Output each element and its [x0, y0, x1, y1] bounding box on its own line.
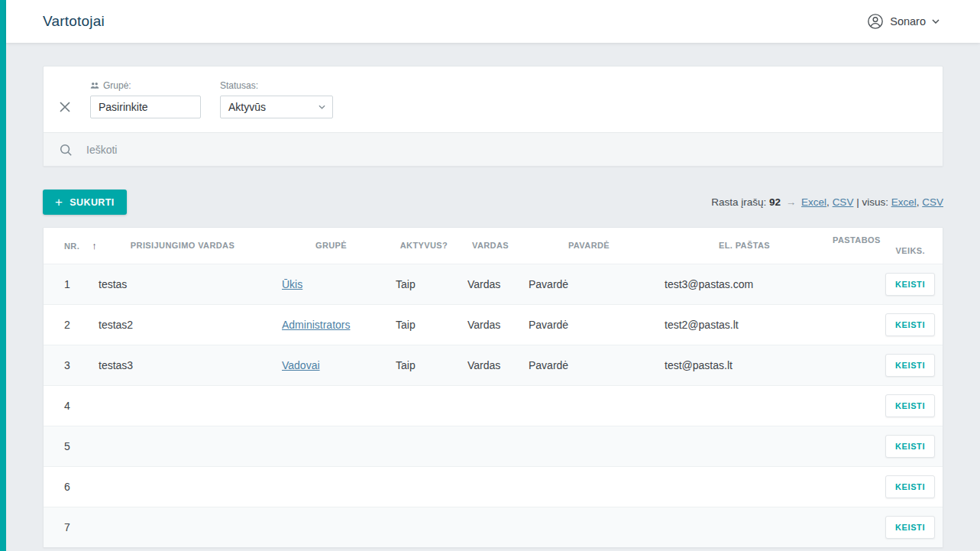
cell-group: Ūkis [274, 264, 388, 304]
cell-actions: KEISTI [878, 385, 943, 426]
chevron-down-icon [932, 19, 940, 24]
cell-email: test3@pastas.com [657, 264, 832, 304]
edit-button[interactable]: KEISTI [885, 273, 935, 296]
edit-button[interactable]: KEISTI [885, 313, 935, 336]
status-filter-label: Statusas: [220, 80, 333, 91]
main-content: Grupė: Statusas: Aktyvūs [6, 43, 980, 548]
cell-username [91, 466, 274, 507]
group-select[interactable] [90, 96, 201, 118]
cell-notes [832, 304, 878, 345]
column-header-username[interactable]: PRISIJUNGIMO VARDAS [91, 228, 274, 264]
cell-group [274, 466, 388, 507]
cell-nr: 3 [44, 345, 91, 385]
status-filter: Statusas: Aktyvūs [220, 80, 333, 118]
create-button[interactable]: + SUKURTI [43, 190, 127, 215]
cell-first-name [460, 466, 521, 507]
column-header-firstname[interactable]: VARDAS [460, 228, 521, 264]
cell-first-name [460, 385, 521, 426]
status-select[interactable]: Aktyvūs [220, 96, 333, 118]
search-input[interactable] [85, 143, 927, 157]
left-accent-bar [0, 0, 6, 551]
cell-actions: KEISTI [878, 345, 943, 385]
page-title: Vartotojai [43, 13, 105, 30]
cell-first-name [460, 426, 521, 466]
cell-username: testas [91, 264, 274, 304]
export-all-label: | visus: [856, 196, 888, 208]
table-row: 1 testas Ūkis Taip Vardas Pavardė test3@… [44, 264, 943, 304]
edit-button[interactable]: KEISTI [885, 435, 935, 458]
cell-group: Vadovai [274, 345, 388, 385]
cell-email [657, 466, 832, 507]
group-link[interactable]: Ūkis [282, 278, 302, 290]
cell-active: Taip [388, 264, 460, 304]
users-table: NR.↑ PRISIJUNGIMO VARDAS GRUPĖ AKTYVUS? … [44, 228, 943, 547]
column-header-lastname[interactable]: PAVARDĖ [521, 228, 657, 264]
column-header-actions[interactable]: VEIKS. [878, 228, 943, 264]
cell-username [91, 507, 274, 547]
results-count: 92 [769, 196, 781, 208]
group-icon [90, 81, 99, 90]
chevron-down-icon [319, 105, 325, 109]
table-row: 3 testas3 Vadovai Taip Vardas Pavardė te… [44, 345, 943, 385]
group-link[interactable]: Administrators [282, 319, 350, 331]
column-header-notes[interactable]: PASTABOS [832, 228, 878, 264]
cell-username [91, 385, 274, 426]
cell-notes [832, 426, 878, 466]
cell-notes [832, 264, 878, 304]
user-icon [867, 13, 884, 30]
cell-active [388, 426, 460, 466]
sort-asc-icon[interactable]: ↑ [92, 240, 97, 251]
cell-username [91, 426, 274, 466]
export-all-excel-link[interactable]: Excel [891, 196, 917, 208]
group-filter: Grupė: [90, 80, 201, 118]
column-header-nr[interactable]: NR.↑ [44, 228, 91, 264]
cell-first-name: Vardas [460, 345, 521, 385]
cell-last-name [521, 466, 657, 507]
edit-button[interactable]: KEISTI [885, 516, 935, 539]
column-header-group[interactable]: GRUPĖ [274, 228, 388, 264]
user-menu[interactable]: Sonaro [867, 13, 940, 30]
cell-active [388, 385, 460, 426]
cell-notes [832, 385, 878, 426]
table-row: 7 KEISTI [44, 507, 943, 547]
cell-last-name: Pavardė [521, 345, 657, 385]
cell-email: test@pastas.lt [657, 345, 832, 385]
status-select-value: Aktyvūs [228, 101, 266, 113]
table-header-row: NR.↑ PRISIJUNGIMO VARDAS GRUPĖ AKTYVUS? … [44, 228, 943, 264]
column-header-email[interactable]: EL. PAŠTAS [657, 228, 832, 264]
cell-notes [832, 345, 878, 385]
cell-last-name: Pavardė [521, 264, 657, 304]
table-row: 2 testas2 Administrators Taip Vardas Pav… [44, 304, 943, 345]
arrow-icon: → [786, 196, 797, 208]
cell-email [657, 385, 832, 426]
edit-button[interactable]: KEISTI [885, 394, 935, 417]
export-all-csv-link[interactable]: CSV [922, 196, 943, 208]
group-link[interactable]: Vadovai [282, 359, 320, 371]
edit-button[interactable]: KEISTI [885, 475, 935, 498]
group-filter-label: Grupė: [90, 80, 201, 91]
export-csv-link[interactable]: CSV [833, 196, 854, 208]
cell-group [274, 426, 388, 466]
cell-last-name [521, 385, 657, 426]
cell-active: Taip [388, 345, 460, 385]
cell-nr: 1 [44, 264, 91, 304]
cell-notes [832, 466, 878, 507]
cell-nr: 4 [44, 385, 91, 426]
export-excel-link[interactable]: Excel [801, 196, 826, 208]
results-label: Rasta įrašų: [711, 196, 766, 208]
toolbar: + SUKURTI Rasta įrašų: 92 → Excel, CSV |… [43, 190, 943, 215]
filter-card: Grupė: Statusas: Aktyvūs [43, 66, 943, 167]
cell-active [388, 507, 460, 547]
cell-group [274, 385, 388, 426]
cell-nr: 5 [44, 426, 91, 466]
cell-group: Administrators [274, 304, 388, 345]
cell-actions: KEISTI [878, 264, 943, 304]
cell-nr: 7 [44, 507, 91, 547]
edit-button[interactable]: KEISTI [885, 354, 935, 377]
cell-email: test2@pastas.lt [657, 304, 832, 345]
clear-filters-icon[interactable] [59, 101, 71, 113]
column-header-active[interactable]: AKTYVUS? [388, 228, 460, 264]
results-summary: Rasta įrašų: 92 → Excel, CSV | visus: Ex… [711, 196, 943, 208]
cell-actions: KEISTI [878, 304, 943, 345]
cell-last-name [521, 426, 657, 466]
